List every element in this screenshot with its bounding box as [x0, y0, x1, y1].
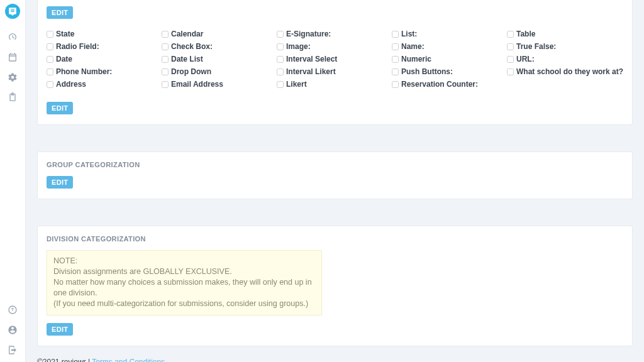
fields-card: EDIT State Calendar E-Signature: List: T… — [37, 0, 633, 125]
field-label: State — [56, 30, 74, 38]
field-pushbuttons[interactable]: Push Buttons: — [392, 65, 502, 78]
clipboard-icon[interactable] — [7, 92, 18, 103]
field-label: Calendar — [171, 30, 203, 38]
field-dropdown[interactable]: Drop Down — [162, 65, 272, 78]
field-truefalse[interactable]: True False: — [507, 40, 623, 53]
field-list[interactable]: List: — [392, 28, 502, 40]
field-table[interactable]: Table — [507, 28, 623, 40]
field-label: Table — [516, 30, 535, 38]
logout-icon[interactable] — [7, 344, 18, 356]
field-intervallikert[interactable]: Interval Likert — [277, 65, 387, 78]
user-icon[interactable] — [7, 324, 18, 336]
field-label: E-Signature: — [286, 30, 331, 38]
field-label: Date List — [171, 55, 203, 63]
field-likert[interactable]: Likert — [277, 78, 387, 90]
field-label: Date — [56, 55, 72, 63]
group-categorization-card: GROUP CATEGORIZATION EDIT — [37, 151, 633, 199]
field-numeric[interactable]: Numeric — [392, 53, 502, 65]
field-radio[interactable]: Radio Field: — [47, 40, 157, 53]
edit-button[interactable]: EDIT — [47, 176, 73, 189]
field-label: Interval Likert — [286, 67, 336, 76]
field-url[interactable]: URL: — [507, 53, 623, 65]
field-address[interactable]: Address — [47, 78, 157, 90]
gear-icon[interactable] — [7, 72, 18, 83]
field-label: Radio Field: — [56, 42, 99, 51]
field-label: Check Box: — [171, 42, 213, 51]
field-intervalselect[interactable]: Interval Select — [277, 53, 387, 65]
field-phone[interactable]: Phone Number: — [47, 65, 157, 78]
field-date[interactable]: Date — [47, 53, 157, 65]
field-reservation[interactable]: Reservation Counter: — [392, 78, 502, 90]
dashboard-icon[interactable] — [7, 31, 18, 43]
field-name[interactable]: Name: — [392, 40, 502, 53]
field-label: URL: — [516, 55, 535, 63]
field-label: Push Buttons: — [401, 67, 453, 76]
field-label: Likert — [286, 80, 307, 89]
edit-button[interactable]: EDIT — [47, 6, 73, 19]
note-line: No matter how many choices a submission … — [53, 277, 315, 299]
field-datelist[interactable]: Date List — [162, 53, 272, 65]
footer-copyright: ©2021 reviewr | — [37, 358, 92, 362]
field-label: Phone Number: — [56, 67, 112, 76]
field-school[interactable]: What school do they work at? — [507, 65, 623, 78]
field-label: Interval Select — [286, 55, 337, 63]
division-categorization-card: DIVISION CATEGORIZATION NOTE: Division a… — [37, 226, 633, 346]
terms-link[interactable]: Terms and Conditions — [92, 358, 165, 362]
section-title-group: GROUP CATEGORIZATION — [47, 161, 623, 168]
edit-button[interactable]: EDIT — [47, 102, 73, 114]
calendar-icon[interactable] — [7, 52, 18, 63]
field-state[interactable]: State — [47, 28, 157, 40]
field-label: Name: — [401, 42, 425, 51]
field-calendar[interactable]: Calendar — [162, 28, 272, 40]
field-label: What school do they work at? — [516, 67, 623, 76]
field-image[interactable]: Image: — [277, 40, 387, 53]
logo-icon[interactable] — [5, 4, 20, 19]
sidebar — [0, 0, 26, 362]
help-icon[interactable] — [7, 304, 18, 315]
section-title-division: DIVISION CATEGORIZATION — [47, 235, 623, 243]
note-box: NOTE: Division assignments are GLOBALLY … — [47, 250, 322, 315]
note-line: (If you need multi-categorization for su… — [53, 299, 315, 309]
field-label: Drop Down — [171, 67, 211, 76]
field-grid: State Calendar E-Signature: List: Table … — [47, 28, 623, 90]
field-label: Numeric — [401, 55, 431, 63]
field-label: List: — [401, 30, 417, 38]
main-content: EDIT State Calendar E-Signature: List: T… — [26, 0, 644, 362]
field-label: Reservation Counter: — [401, 80, 478, 89]
field-label: Image: — [286, 42, 311, 51]
field-esignature[interactable]: E-Signature: — [277, 28, 387, 40]
field-checkbox[interactable]: Check Box: — [162, 40, 272, 53]
field-label: Address — [56, 80, 86, 89]
field-label: True False: — [516, 42, 556, 51]
note-line: NOTE: — [53, 256, 315, 266]
note-line: Division assignments are GLOBALLY EXCLUS… — [53, 266, 315, 277]
edit-button[interactable]: EDIT — [47, 323, 73, 336]
field-label: Email Address — [171, 80, 223, 89]
footer: ©2021 reviewr | Terms and Conditions — [37, 355, 633, 362]
field-email[interactable]: Email Address — [162, 78, 272, 90]
